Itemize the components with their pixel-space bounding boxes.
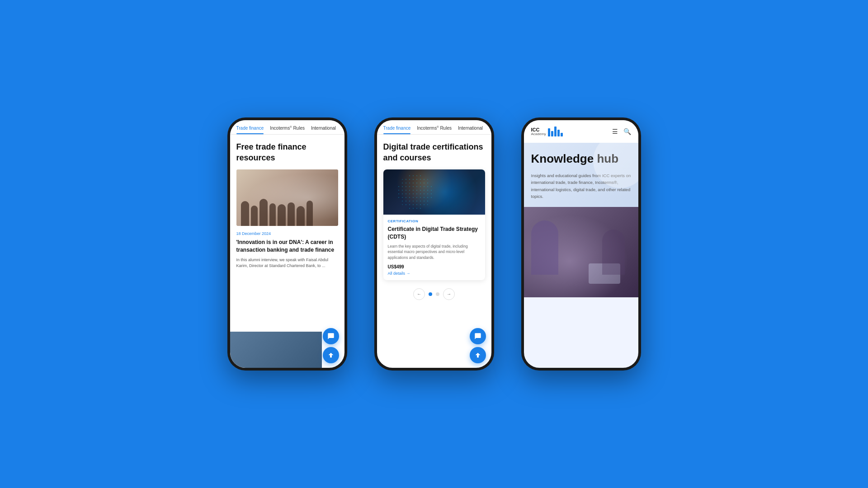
cert-card-image [383,169,485,215]
chat-button-2[interactable] [470,328,486,344]
chat-icon-1 [327,333,335,340]
phone-3-header: ICC Academy ☰ 🔍 [524,120,638,143]
article-description: In this alumni interview, we speak with … [236,257,338,269]
search-icon[interactable]: 🔍 [623,128,631,135]
icc-logo: ICC Academy [531,127,563,136]
phone-1-content: Free trade finance resources [230,135,344,368]
article-title: 'Innovation is in our DNA': A career in … [236,239,338,254]
phone-3-hero: Knowledge hub Insights and educational g… [524,143,638,207]
icc-bars-icon [548,127,563,136]
phone-2: Trade finance Incoterms® Rules Internati… [374,117,494,371]
phones-container: Trade finance Incoterms® Rules Internati… [227,117,641,371]
tab-international-1[interactable]: International [311,126,336,134]
carousel-dot-2[interactable] [436,292,439,296]
icc-name: ICC [531,127,546,132]
arrow-up-icon-2 [474,352,481,359]
person-right [602,230,625,275]
menu-icon[interactable]: ☰ [612,128,618,135]
phone-2-content: Digital trade certifications and courses… [377,135,491,368]
carousel-prev[interactable]: ← [413,288,425,300]
tab-incoterms-1[interactable]: Incoterms® Rules [270,126,305,134]
tab-incoterms-2[interactable]: Incoterms® Rules [417,126,452,134]
phone-1: Trade finance Incoterms® Rules Internati… [227,117,347,371]
person-left [531,221,558,275]
chat-button-1[interactable] [323,328,339,344]
carousel-controls: ← → [383,284,485,304]
article-date: 18 December 2024 [236,231,338,236]
carousel-next[interactable]: → [443,288,455,300]
certification-card: Certification Certificate in Digital Tra… [383,169,485,280]
chat-icon-2 [474,333,481,340]
tab-trade-finance-2[interactable]: Trade finance [383,126,411,134]
icc-subtitle: Academy [531,132,546,136]
cert-description: Learn the key aspects of digital trade, … [388,244,481,261]
phone-1-bottom-image [230,332,322,368]
carousel-dot-1[interactable] [429,292,432,296]
tab-trade-finance-1[interactable]: Trade finance [236,126,264,134]
cert-link[interactable]: All details → [388,271,481,276]
scroll-up-button-2[interactable] [470,347,486,363]
phone-1-screen: Trade finance Incoterms® Rules Internati… [230,120,344,368]
cert-title: Certificate in Digital Trade Strategy (C… [388,225,481,241]
cert-tag: Certification [388,219,481,223]
phone-2-title: Digital trade certifications and courses [383,142,485,163]
phone-1-nav: Trade finance Incoterms® Rules Internati… [230,120,344,135]
arrow-up-icon-1 [327,352,335,359]
phone-3-people-image [524,207,638,297]
phone-3-screen: ICC Academy ☰ 🔍 [524,120,638,368]
phone-1-hero-image [236,169,338,226]
tab-international-2[interactable]: International [458,126,483,134]
cert-card-body: Certification Certificate in Digital Tra… [383,215,485,280]
phone-1-title: Free trade finance resources [236,142,338,163]
cert-price: US$499 [388,264,481,269]
scroll-up-button-1[interactable] [323,347,339,363]
header-icons: ☰ 🔍 [612,128,631,135]
icc-text-group: ICC Academy [531,127,546,136]
phone-3: ICC Academy ☰ 🔍 [521,117,641,371]
phone-2-screen: Trade finance Incoterms® Rules Internati… [377,120,491,368]
phone-2-nav: Trade finance Incoterms® Rules Internati… [377,120,491,135]
